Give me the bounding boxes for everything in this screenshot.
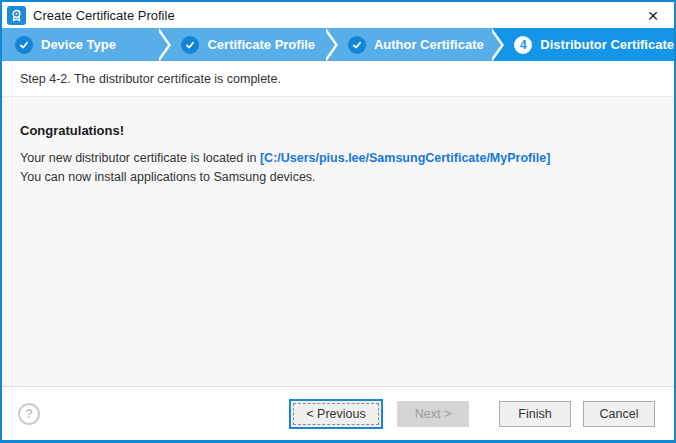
result-message: Your new distributor certificate is loca… <box>20 149 656 187</box>
step-certificate-profile: Certificate Profile <box>159 28 325 61</box>
step-label: Device Type <box>41 37 116 52</box>
step-author-certificate: Author Certificate <box>326 28 492 61</box>
wizard-buttons: < Previous Next > Finish Cancel <box>289 399 655 429</box>
step-distributor-certificate: 4 Distributor Certificate <box>492 28 674 61</box>
window-title: Create Certificate Profile <box>33 8 175 23</box>
congratulations-heading: Congratulations! <box>20 123 656 138</box>
certificate-app-icon <box>7 6 26 25</box>
next-button: Next > <box>397 401 469 427</box>
cancel-button[interactable]: Cancel <box>583 401 655 427</box>
check-icon <box>348 36 366 54</box>
close-icon[interactable]: × <box>632 2 674 28</box>
footer-button-bar: ? < Previous Next > Finish Cancel <box>2 386 674 440</box>
create-certificate-profile-dialog: Create Certificate Profile × Device Type… <box>0 0 676 443</box>
help-icon[interactable]: ? <box>18 403 40 425</box>
step-device-type: Device Type <box>2 28 159 61</box>
title-bar: Create Certificate Profile × <box>2 2 674 28</box>
install-info-text: You can now install applications to Sams… <box>20 170 316 184</box>
check-icon <box>181 36 199 54</box>
step-label: Certificate Profile <box>207 37 315 52</box>
certificate-location-text: Your new distributor certificate is loca… <box>20 151 260 165</box>
finish-button[interactable]: Finish <box>499 401 571 427</box>
step-description: Step 4-2. The distributor certificate is… <box>2 61 674 97</box>
wizard-content-area: Congratulations! Your new distributor ce… <box>2 97 674 386</box>
step-label: Distributor Certificate <box>540 37 674 52</box>
step-label: Author Certificate <box>374 37 484 52</box>
previous-button[interactable]: < Previous <box>289 399 383 429</box>
check-icon <box>15 36 33 54</box>
certificate-path-link[interactable]: [C:/Users/pius.lee/SamsungCertificate/My… <box>260 151 550 165</box>
step-number-badge: 4 <box>514 36 532 54</box>
wizard-step-bar: Device Type Certificate Profile Author C… <box>2 28 674 61</box>
